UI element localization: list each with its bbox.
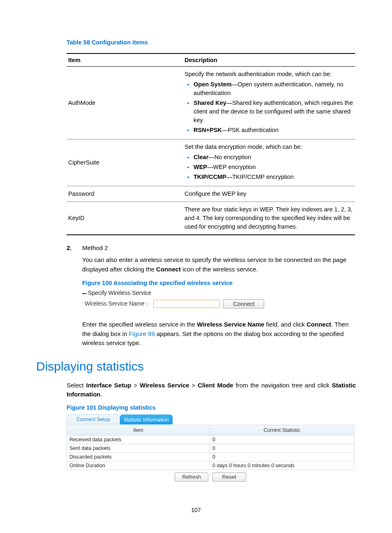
row-desc: Set the data encryption mode, which can … bbox=[183, 139, 355, 186]
row-item: CipherSuite bbox=[67, 139, 183, 186]
table-row: Received data packets0 bbox=[67, 435, 354, 444]
wireless-service-name-input[interactable] bbox=[153, 300, 220, 308]
stat-header-item: Item bbox=[67, 425, 210, 435]
figure101-caption: Figure 101 Displaying statistics bbox=[67, 404, 356, 411]
table-row: KeyID There are four static keys in WEP.… bbox=[67, 202, 355, 235]
collapse-icon bbox=[82, 293, 87, 294]
table58-caption: Table 58 Configuration items bbox=[67, 39, 356, 46]
nav-instruction: Select Interface Setup > Wireless Servic… bbox=[67, 381, 356, 399]
method2-heading: 2.Method 2 bbox=[67, 244, 356, 251]
figure100: Specify Wireless Service Wireless Servic… bbox=[82, 290, 356, 308]
connect-button[interactable]: Connect bbox=[223, 299, 264, 308]
reset-button[interactable]: Reset bbox=[212, 473, 246, 482]
tab-connect-setup[interactable]: Connect Setup bbox=[67, 414, 120, 424]
statistic-table: Item Current Statistic Received data pac… bbox=[67, 425, 354, 470]
section-heading-displaying-statistics: Displaying statistics bbox=[36, 359, 356, 373]
table58-header-desc: Description bbox=[183, 53, 355, 67]
figure99-link[interactable]: Figure 99 bbox=[129, 330, 154, 337]
post-figure100-text: Enter the specified wireless service in … bbox=[82, 320, 356, 348]
table-row: Discarded packets0 bbox=[67, 452, 354, 461]
figure100-caption: Figure 100 Associating the specified wir… bbox=[82, 280, 356, 286]
page-number: 107 bbox=[0, 507, 392, 513]
table-row: CipherSuite Set the data encryption mode… bbox=[67, 139, 355, 186]
table-row: Password Configure the WEP key bbox=[67, 186, 355, 202]
table58: Item Description AuthMode Specify the ne… bbox=[67, 53, 355, 235]
tab-statistic-information[interactable]: Statistic Information bbox=[120, 415, 173, 424]
refresh-button[interactable]: Refresh bbox=[175, 473, 208, 482]
table-row: Online Duration0 days 0 hours 0 minutes … bbox=[67, 461, 354, 470]
table-row: Sent data packets0 bbox=[67, 444, 354, 452]
row-item: KeyID bbox=[67, 202, 183, 235]
row-desc: There are four static keys in WEP. Their… bbox=[183, 202, 355, 235]
row-desc: Configure the WEP key bbox=[183, 186, 355, 202]
wireless-service-name-label: Wireless Service Name： bbox=[85, 300, 150, 308]
stat-header-current: Current Statistic bbox=[210, 425, 354, 435]
method2-body: You can also enter a wireless service to… bbox=[82, 255, 356, 274]
table58-header-item: Item bbox=[67, 53, 183, 67]
row-item: Password bbox=[67, 186, 183, 202]
table-row: AuthMode Specify the network authenticat… bbox=[67, 67, 355, 139]
row-desc: Specify the network authentication mode,… bbox=[183, 67, 355, 139]
row-item: AuthMode bbox=[67, 67, 183, 139]
figure100-section-head: Specify Wireless Service bbox=[82, 290, 356, 296]
figure101: Connect SetupStatistic Information Item … bbox=[67, 414, 354, 482]
